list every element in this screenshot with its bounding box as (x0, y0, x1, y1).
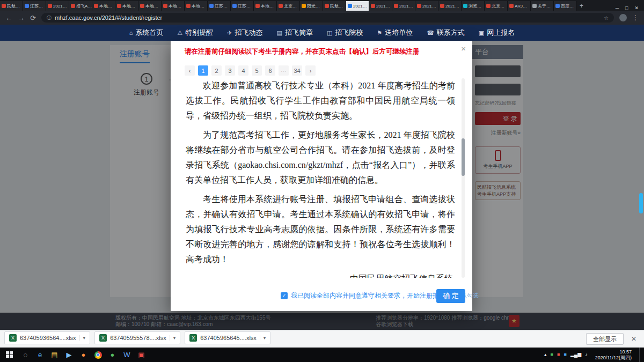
tray-red-app-icon[interactable]: ■ (557, 352, 560, 357)
media-player-icon[interactable]: ▶ (62, 348, 76, 362)
pagination-next-icon[interactable]: › (305, 65, 316, 76)
taskbar-clock[interactable]: 10:57 2020/11/12(周四) (592, 349, 635, 361)
tab-label: 2021… (399, 4, 413, 9)
bookmark-star-icon[interactable]: ☆ (604, 15, 609, 21)
browser-tab[interactable]: 江苏… (208, 1, 231, 11)
screen: 民航…江苏…2021…招飞A…本地…本地…本地…本地…本地…江苏…江苏…本地…北… (0, 0, 644, 362)
agree-text[interactable]: 我已阅读全部内容并同意遵守相关要求，开始注册报名。 (291, 291, 452, 300)
tray-icons: ▴■■■▂▄▆♪ (544, 352, 588, 357)
pagination-page[interactable]: 4 (238, 65, 248, 76)
nav-item[interactable]: ⚑送培单位 (377, 28, 413, 38)
nav-item[interactable]: ▣网上报名 (479, 28, 515, 38)
browser-tab[interactable]: 2021… (392, 1, 415, 11)
nav-item[interactable]: ☎联系方式 (427, 28, 465, 38)
taskbar-glyph: e (38, 351, 42, 358)
browser-tab[interactable]: 2021… (46, 1, 69, 11)
download-caret-icon[interactable]: ▾ (170, 335, 176, 341)
pagination-page[interactable]: 2 (211, 65, 222, 76)
page-scrollbar-thumb[interactable] (639, 193, 643, 213)
browser-tab[interactable]: 2021… (369, 1, 392, 11)
secure-browser-icon[interactable]: ● (105, 348, 120, 362)
profile-avatar[interactable] (619, 14, 627, 21)
modal-close-icon[interactable]: × (461, 44, 466, 53)
browser-tab[interactable]: 民航… (0, 1, 23, 11)
minimize-button[interactable]: ─ (616, 5, 619, 11)
download-caret-icon[interactable]: ▾ (79, 335, 86, 341)
nav-item-label: 招飞简章 (285, 28, 313, 38)
browser-tab[interactable]: 2021… (438, 1, 462, 11)
forward-icon[interactable]: → (18, 14, 25, 22)
browser-tab[interactable]: 浏览… (462, 1, 485, 11)
browser-tab[interactable]: 江苏… (231, 1, 254, 11)
pagination-page[interactable]: 1 (198, 65, 208, 76)
home-icon: ⌂ (129, 29, 133, 36)
browser-tab[interactable]: 北京… (277, 1, 300, 11)
close-button[interactable]: ✕ (634, 5, 639, 11)
download-item[interactable]: X637405955578....xlsx▾ (94, 331, 180, 344)
pagination-page[interactable]: 6 (265, 65, 275, 76)
nav-item[interactable]: ◫招飞院校 (327, 28, 363, 38)
browser-tab[interactable]: 2021… (415, 1, 438, 11)
pagination-page[interactable]: 34 (292, 65, 302, 76)
browser-tab[interactable]: ARJ… (508, 1, 531, 11)
new-tab-button[interactable]: + (580, 1, 583, 11)
browser-tab[interactable]: 招飞A… (69, 1, 92, 11)
browser-tab[interactable]: 阳光… (300, 1, 323, 11)
modal-scrollbar-thumb[interactable] (462, 138, 465, 176)
download-item[interactable]: X637405965645....xlsx▾ (185, 331, 270, 344)
browser-tab[interactable]: 民航… (323, 1, 346, 11)
pagination-prev-icon[interactable]: ‹ (185, 65, 195, 76)
browser-tab[interactable]: 本地… (185, 1, 208, 11)
downloads-bar-close-icon[interactable]: ✕ (628, 335, 640, 343)
red-app-icon[interactable]: ▣ (134, 348, 149, 362)
taskbar-glyph: ▤ (51, 351, 57, 358)
nav-item[interactable]: ✈招飞动态 (227, 28, 262, 38)
browser-tab[interactable]: 本地… (115, 1, 138, 11)
tray-expand-icon[interactable]: ▴ (544, 352, 547, 357)
pagination-page[interactable]: 3 (225, 65, 235, 76)
start-button[interactable] (0, 348, 18, 362)
tray-volume-icon[interactable]: ♪ (585, 352, 588, 357)
firefox-browser-icon[interactable]: ● (76, 348, 91, 362)
download-caret-icon[interactable]: ▾ (260, 335, 266, 341)
confirm-button[interactable]: 确 定 (436, 289, 465, 303)
address-bar[interactable]: ⓘ mhzf.caac.gov.cn/2021/#/student/regist… (41, 13, 614, 23)
tray-green-app-icon[interactable]: ■ (551, 352, 553, 357)
browser-tab[interactable]: 本地… (138, 1, 162, 11)
word-icon[interactable]: W (120, 348, 134, 362)
reload-icon[interactable]: ⟳ (30, 14, 36, 22)
maximize-button[interactable]: □ (625, 5, 628, 11)
browser-tab[interactable]: 北京… (485, 1, 508, 11)
agree-checkbox[interactable]: ✓ (281, 292, 288, 299)
tab-label: 江苏… (30, 3, 43, 9)
nav-item[interactable]: ▤招飞简章 (276, 28, 312, 38)
browser-tab[interactable]: 本地… (162, 1, 185, 11)
browser-menu-icon[interactable]: ⋮ (632, 14, 639, 21)
modal-scrollbar[interactable] (462, 78, 465, 278)
browser-tab[interactable]: 百度… (554, 1, 577, 11)
browser-tab[interactable]: 2021… (346, 1, 369, 11)
tab-label: 2021… (445, 4, 459, 9)
browser-tab[interactable]: 本地… (254, 1, 277, 11)
search-icon[interactable]: ◌ (18, 348, 33, 362)
tray-blue-app-icon[interactable]: ■ (564, 352, 566, 357)
back-icon[interactable]: ← (5, 14, 12, 22)
tab-favicon (2, 4, 6, 8)
download-item[interactable]: X637405936564....xlsx▾ (4, 331, 90, 344)
tray-network-icon[interactable]: ▂▄▆ (570, 352, 581, 357)
nav-item[interactable]: ⚠特别提醒 (177, 28, 213, 38)
page-info-icon[interactable]: ⓘ (47, 14, 52, 21)
browser-tab[interactable]: 关于… (531, 1, 554, 11)
nav-item[interactable]: ⌂系统首页 (129, 28, 164, 38)
pagination-page[interactable]: 5 (252, 65, 262, 76)
show-desktop-button[interactable] (639, 348, 642, 362)
ie-browser-icon[interactable]: e (33, 348, 47, 362)
show-all-downloads-button[interactable]: 全部显示 (586, 333, 624, 345)
file-explorer-icon[interactable]: ▤ (47, 348, 62, 362)
chrome-browser-icon[interactable] (91, 348, 105, 362)
tab-favicon (117, 4, 121, 8)
browser-tab[interactable]: 江苏… (23, 1, 46, 11)
tab-label: 江苏… (215, 3, 228, 9)
browser-tab[interactable]: 本地… (92, 1, 115, 11)
pagination-ellipsis[interactable]: ··· (279, 65, 289, 76)
